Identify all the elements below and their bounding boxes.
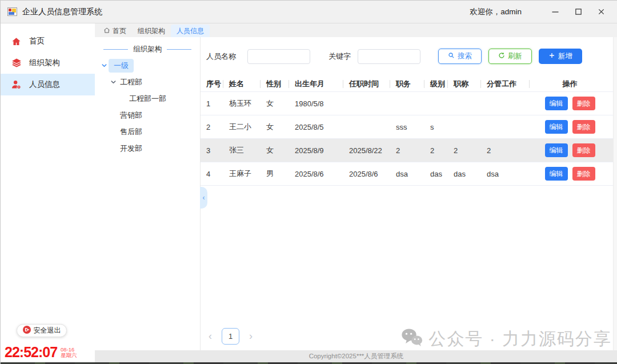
tree-node[interactable]: 工程部一部: [95, 90, 200, 107]
table-cell: 男: [261, 169, 289, 179]
table-cell: 2: [390, 146, 424, 155]
table-cell: 2025/8/6: [289, 170, 343, 178]
sidebar-item-label: 组织架构: [29, 58, 60, 68]
tree-node-label: 工程部一部: [127, 93, 169, 105]
person-name-input[interactable]: [247, 49, 310, 64]
edit-button[interactable]: 编辑: [545, 143, 568, 157]
table-cell: 2: [448, 146, 481, 155]
tree-node-label: 开发部: [118, 142, 145, 155]
row-actions: 编辑 删除: [530, 167, 610, 181]
plus-icon: [548, 52, 555, 61]
sidebar-item-label: 人员信息: [29, 79, 60, 90]
table-cell: sss: [390, 123, 424, 131]
table-cell: 2025/8/5: [289, 123, 343, 131]
tree-node-label: 工程部: [118, 76, 145, 89]
delete-button[interactable]: 删除: [572, 167, 595, 181]
wechat-icon: [401, 328, 423, 351]
tree-node[interactable]: 开发部: [95, 140, 200, 157]
table-header: 序号姓名性别出生年月任职时间职务级别职称分管工作操作: [201, 76, 613, 92]
logout-button[interactable]: 安全退出: [17, 324, 67, 337]
table-cell: dsa: [390, 170, 424, 178]
app-window: 企业人员信息管理系统 欢迎你，admin 首页 组织架构 人员信息 安全退出 2…: [0, 0, 617, 364]
org-tree: 一级 工程部 工程部一部 营销部 售后部 开发部: [95, 57, 200, 157]
tree-node[interactable]: 营销部: [95, 107, 200, 123]
table-cell: 2025/8/22: [343, 146, 390, 155]
table-cell: 3: [201, 146, 223, 155]
logout-label: 安全退出: [34, 326, 61, 335]
titlebar: 企业人员信息管理系统 欢迎你，admin: [1, 1, 617, 23]
column-header: 职称: [448, 76, 481, 92]
person-icon: [11, 79, 22, 90]
column-header: 分管工作: [481, 76, 530, 92]
delete-button[interactable]: 删除: [572, 120, 595, 134]
app-title: 企业人员信息管理系统: [22, 7, 102, 17]
next-page-button[interactable]: ›: [247, 330, 255, 342]
caret-down-icon[interactable]: [99, 62, 109, 69]
minimize-button[interactable]: [548, 5, 563, 19]
tree-node-label: 售后部: [118, 126, 145, 138]
table-cell: 女: [261, 122, 289, 132]
column-header: 级别: [424, 76, 448, 92]
delete-button[interactable]: 删除: [572, 97, 595, 110]
search-icon: [448, 52, 455, 61]
edit-button[interactable]: 编辑: [545, 97, 568, 110]
scrollbar[interactable]: [613, 37, 617, 350]
sidebar-nav: 首页 组织架构 人员信息: [1, 23, 95, 95]
collapse-panel-handle[interactable]: ‹: [200, 187, 207, 209]
pagination: ‹ 1 ›: [206, 328, 255, 345]
tab-home[interactable]: 首页: [98, 25, 132, 37]
clock-time: 22:52:07: [5, 344, 57, 361]
column-header: 性别: [261, 76, 289, 92]
layers-icon: [11, 58, 22, 68]
caret-down-icon[interactable]: [109, 79, 118, 85]
table-cell: 王二小: [223, 122, 261, 132]
table-cell: 2: [424, 146, 448, 155]
column-header: 职务: [390, 76, 424, 92]
column-header: 任职时间: [343, 76, 390, 92]
tree-node[interactable]: 一级: [95, 57, 200, 74]
table-cell: 女: [261, 145, 289, 155]
close-button[interactable]: [594, 5, 608, 19]
edit-button[interactable]: 编辑: [545, 120, 568, 134]
tree-node[interactable]: 工程部: [95, 74, 200, 90]
table-cell: 2: [481, 146, 530, 155]
personnel-table: 序号姓名性别出生年月任职时间职务级别职称分管工作操作 1杨玉环女1980/5/8…: [201, 76, 613, 186]
sidebar-item-org[interactable]: 组织架构: [1, 52, 95, 74]
tree-header: 组织架构: [98, 43, 197, 55]
tree-node-label: 营销部: [118, 109, 145, 122]
column-header: 出生年月: [289, 76, 343, 92]
delete-button[interactable]: 删除: [572, 143, 595, 157]
refresh-button[interactable]: 刷新: [488, 49, 532, 64]
add-button[interactable]: 新增: [539, 49, 582, 64]
table-cell: 2025/8/6: [343, 170, 390, 178]
home-tab-icon: [103, 27, 110, 35]
tree-node[interactable]: 售后部: [95, 123, 200, 140]
table-cell: 女: [261, 98, 289, 109]
table-cell: 2: [201, 123, 223, 131]
tree-node-label: 一级: [109, 59, 134, 73]
table-cell: 1980/5/8: [289, 99, 343, 108]
tab-label: 首页: [113, 26, 126, 36]
sidebar-item-personnel[interactable]: 人员信息: [1, 74, 95, 95]
footer: Copyright©2025***人员管理系统: [95, 350, 617, 362]
table-cell: 2025/8/9: [289, 146, 343, 155]
row-actions: 编辑 删除: [530, 120, 610, 134]
edit-button[interactable]: 编辑: [545, 167, 568, 181]
maximize-button[interactable]: [571, 5, 586, 19]
table-cell: 1: [201, 99, 223, 108]
table-row: 1杨玉环女1980/5/8 编辑 删除: [201, 92, 613, 115]
search-toolbar: 人员名称 关键字 搜索 刷新 新增: [201, 49, 613, 64]
person-name-label: 人员名称: [206, 51, 236, 62]
welcome-text: 欢迎你，admin: [470, 7, 522, 17]
prev-page-button[interactable]: ‹: [206, 330, 214, 342]
page-number-button[interactable]: 1: [222, 328, 239, 345]
tab-org[interactable]: 组织架构: [132, 25, 171, 37]
table-cell: das: [448, 170, 481, 178]
search-button[interactable]: 搜索: [438, 49, 482, 64]
clock: 22:52:07 08-16 星期六: [5, 344, 77, 361]
sidebar-item-home[interactable]: 首页: [1, 30, 95, 52]
tab-personnel[interactable]: 人员信息: [171, 25, 210, 37]
keyword-input[interactable]: [358, 49, 420, 64]
refresh-icon: [498, 52, 505, 61]
sidebar-item-label: 首页: [29, 36, 45, 46]
